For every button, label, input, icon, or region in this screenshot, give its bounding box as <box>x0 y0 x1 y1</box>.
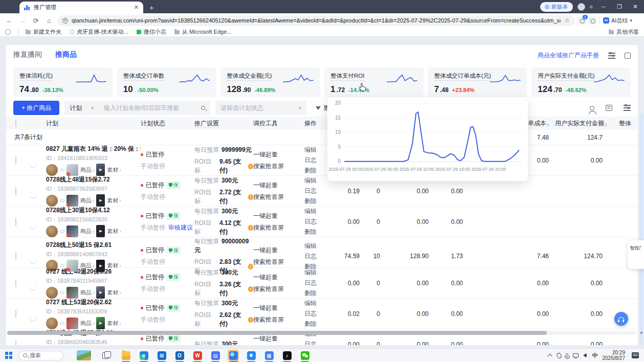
extensions-menu-icon[interactable] <box>589 17 596 25</box>
tool-search-top-screen[interactable]: 搜索抢首屏 <box>253 223 304 232</box>
ime-indicator[interactable]: 中 <box>592 352 598 359</box>
plan-title[interactable]: 0728线上30退10保4.12 <box>46 206 141 215</box>
material-thumbnail[interactable]: ▶ <box>96 225 105 237</box>
page-vertical-scrollbar[interactable] <box>639 114 643 346</box>
tool-search-top-screen[interactable]: 搜索抢首屏 <box>253 162 304 171</box>
tool-one-key-boost[interactable]: 一键起量 <box>253 246 304 255</box>
network-icon[interactable] <box>573 353 579 357</box>
scroll-right-arrow[interactable]: ▸ <box>640 330 643 335</box>
row-checkbox[interactable] <box>15 156 16 165</box>
tool-one-key-boost[interactable]: 一键起量 <box>253 150 304 159</box>
product-thumbnail[interactable] <box>66 287 78 299</box>
review-suggestion-link[interactable]: 审核建议 <box>168 223 193 232</box>
sort-icon[interactable]: ▴▾ <box>547 123 549 127</box>
calendar-icon[interactable] <box>606 105 612 111</box>
edit-link[interactable]: 编辑 <box>304 268 335 277</box>
new-version-badge[interactable]: 新版本 <box>540 2 573 12</box>
settings-sliders-icon[interactable] <box>608 53 615 59</box>
delete-link[interactable]: 删除 <box>304 228 335 236</box>
material-thumbnail[interactable]: ▶ <box>96 164 105 176</box>
material-link-label[interactable]: 素材 <box>107 289 118 297</box>
plan-title[interactable]: 0827 儿童雨衣 14% 退：20% 保：9.92 <box>46 145 141 153</box>
row-checkbox[interactable] <box>15 341 16 346</box>
material-link-label[interactable]: 素材 <box>107 166 118 174</box>
metric-card[interactable]: 用户实际支付金额(元) 124 .70 -48.62% <box>531 67 631 97</box>
select-all-checkbox[interactable] <box>15 120 16 127</box>
bookmark-item[interactable]: 从 Microsoft Edge... <box>174 28 232 36</box>
bookmark-item[interactable]: 虎牙直播-技术驱动... <box>70 28 128 36</box>
fullscreen-icon[interactable] <box>625 53 631 59</box>
plan-type-select[interactable]: 计划▾ <box>64 101 99 115</box>
material-thumbnail[interactable]: ▶ <box>96 317 105 329</box>
help-support-button[interactable] <box>614 312 628 326</box>
material-thumbnail[interactable]: ▶ <box>96 194 105 207</box>
col-settings[interactable]: 推广设置 <box>194 119 253 128</box>
tray-overflow-icon[interactable] <box>547 353 552 358</box>
product-thumbnail[interactable] <box>66 225 78 237</box>
product-link-label[interactable]: 商品 <box>80 197 92 205</box>
tool-one-key-boost[interactable]: 一键起量 <box>253 181 304 190</box>
forward-button[interactable]: → <box>17 17 28 25</box>
product-thumbnail[interactable] <box>66 260 78 272</box>
taskbar-app-outlook[interactable]: O <box>174 350 185 361</box>
metric-card[interactable]: 整体消耗(元) 74 .80 -38.13% <box>13 67 113 97</box>
window-close-button[interactable]: ✕ <box>630 3 641 10</box>
col-user-paid[interactable]: 用户实际支付金额▴▾ <box>555 119 609 128</box>
delete-link[interactable]: 删除 <box>304 289 335 298</box>
metric-card[interactable]: 整体成交订单数 10 -50.00% <box>117 67 216 97</box>
taskbar-app-douyin[interactable]: ♪ <box>281 350 293 361</box>
taskbar-app-blue-app[interactable]: ▦ <box>263 350 275 361</box>
taskbar-clock[interactable]: 20:29 2025/8/27 <box>603 350 626 361</box>
taskbar-app-edge[interactable]: e <box>138 350 149 361</box>
taskbar-app-wps[interactable]: W <box>192 350 203 361</box>
tool-one-key-boost[interactable]: 一键起量 <box>253 334 304 343</box>
material-link-label[interactable]: 素材 <box>107 197 118 205</box>
plan-status-select[interactable]: 请筛选计划状态▾ <box>215 101 306 115</box>
plan-title[interactable]: 0728线上48退15保2.72 <box>46 175 141 184</box>
edit-link[interactable]: 编辑 <box>304 207 335 216</box>
table-horizontal-scrollbar[interactable]: ▸ <box>7 331 637 335</box>
delete-link[interactable]: 删除 <box>304 320 335 328</box>
product-link-label[interactable]: 商品 <box>80 166 92 174</box>
taskbar-app-ms-store[interactable]: ⊞ <box>156 350 167 361</box>
row-checkbox[interactable] <box>15 252 16 260</box>
taskbar-app-active-browser[interactable] <box>228 350 239 361</box>
taskbar-app-blue-doc[interactable]: ▤ <box>210 350 221 361</box>
reading-list-icon[interactable] <box>5 29 11 35</box>
product-thumbnail[interactable] <box>66 164 78 176</box>
tool-search-top-screen[interactable]: 搜索抢首屏 <box>253 315 304 324</box>
info-icon[interactable]: ! <box>248 194 253 200</box>
tool-one-key-boost[interactable]: 一键起量 <box>253 304 304 312</box>
plan-search-input[interactable] <box>104 104 201 111</box>
log-link[interactable]: 日志 <box>304 309 335 318</box>
browser-tab[interactable]: 推广管理 ✕ <box>19 2 143 13</box>
new-tab-button[interactable]: + <box>149 3 154 12</box>
info-icon[interactable]: ! <box>248 317 253 323</box>
col-plan[interactable]: 计划 <box>46 119 141 128</box>
column-settings-icon[interactable] <box>624 105 631 111</box>
col-tools[interactable]: 调控工具 <box>253 119 304 128</box>
back-button[interactable]: ← <box>4 17 14 25</box>
product-link-label[interactable]: 商品 <box>80 289 92 297</box>
start-button[interactable] <box>5 352 12 359</box>
info-icon[interactable]: ! <box>248 164 253 169</box>
delete-link[interactable]: 删除 <box>304 197 335 206</box>
volume-icon[interactable] <box>583 353 586 357</box>
product-thumbnail[interactable] <box>66 318 78 329</box>
task-view-button[interactable] <box>102 352 109 359</box>
plan-search[interactable] <box>99 101 210 115</box>
row-checkbox[interactable] <box>15 187 16 195</box>
tool-search-top-screen[interactable]: 搜索抢首屏 <box>253 285 304 293</box>
tool-search-top-screen[interactable]: 搜索抢首屏 <box>253 258 304 266</box>
log-link[interactable]: 日志 <box>304 252 335 261</box>
home-button[interactable]: ⌂ <box>44 17 54 25</box>
info-icon[interactable]: ! <box>248 286 253 292</box>
browser-profile-avatar[interactable] <box>578 3 585 11</box>
address-omnibox[interactable]: qianchuan.jinritemai.com/uni-prom?aavid=… <box>57 15 575 26</box>
row-checkbox[interactable] <box>15 279 16 287</box>
bookmark-star-icon[interactable]: ☆ <box>564 17 570 24</box>
tab-live-room[interactable]: 推直播间 <box>13 50 42 59</box>
tool-search-top-screen[interactable]: 搜索抢首屏 <box>253 193 304 201</box>
taskbar-app-blue-circle[interactable] <box>246 350 257 361</box>
info-icon[interactable]: ! <box>248 225 253 231</box>
